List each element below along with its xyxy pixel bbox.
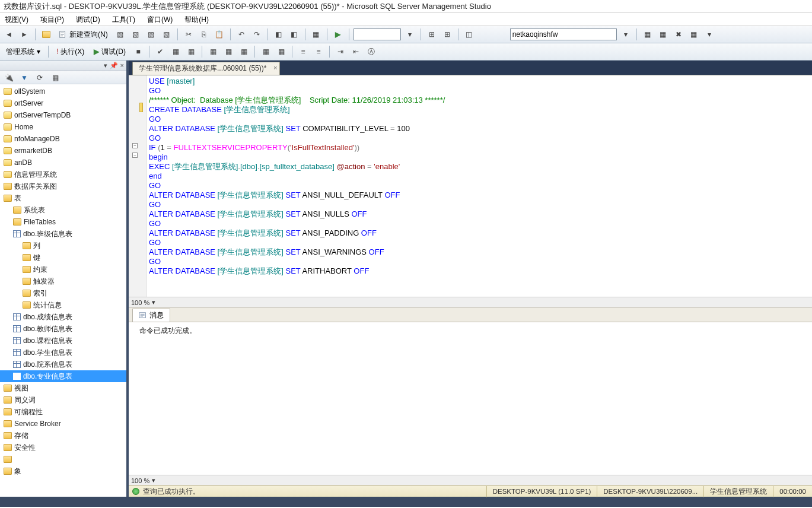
tree-item[interactable]: Service Broker	[0, 418, 126, 430]
tb-btn-15[interactable]: ▾	[703, 28, 716, 41]
tree-item[interactable]	[0, 453, 126, 465]
tree-item[interactable]: ollSystem	[0, 85, 126, 97]
tb-btn-10[interactable]: ◫	[463, 28, 476, 41]
tb-btn-14[interactable]: ▦	[687, 28, 700, 41]
tree-item[interactable]: Home	[0, 121, 126, 133]
tree-item[interactable]: 可编程性	[0, 406, 126, 418]
tree-item[interactable]: 信息管理系统	[0, 169, 126, 180]
find-input[interactable]	[354, 28, 401, 40]
tb2-4[interactable]: ▦	[222, 45, 235, 58]
zoom-dropdown-icon[interactable]: ▾	[152, 299, 155, 306]
open-file-icon[interactable]	[40, 28, 53, 41]
tree-item[interactable]: ermarketDB	[0, 145, 126, 157]
object-explorer-tree[interactable]: ollSystemortServerortServerTempDBHomenfo…	[0, 84, 126, 497]
tree-item[interactable]: dbo.院系信息表	[0, 358, 126, 370]
tb2-3[interactable]: ▦	[206, 45, 219, 58]
cut-icon[interactable]: ✂	[182, 28, 195, 41]
panel-close-icon[interactable]: ×	[120, 62, 124, 69]
tree-item[interactable]: 索引	[0, 287, 126, 299]
tb-btn-11[interactable]: ▦	[641, 28, 654, 41]
find-dropdown-icon[interactable]: ▾	[403, 28, 416, 41]
paste-icon[interactable]: 📋	[213, 28, 226, 41]
menu-help[interactable]: 帮助(H)	[182, 14, 211, 24]
tb2-7[interactable]: ▦	[275, 45, 288, 58]
tree-item[interactable]: anDB	[0, 157, 126, 169]
continue-icon[interactable]: ▶	[332, 28, 345, 41]
tb-btn-6[interactable]: ◧	[288, 28, 301, 41]
tree-item[interactable]: dbo.课程信息表	[0, 335, 126, 347]
tb-btn-13[interactable]: ✖	[672, 28, 685, 41]
tb2-9[interactable]: ≡	[312, 45, 325, 58]
tree-item[interactable]: 列	[0, 240, 126, 252]
oe-refresh-icon[interactable]: ⟳	[33, 71, 46, 84]
menu-project[interactable]: 项目(P)	[38, 14, 66, 24]
tree-item[interactable]: 同义词	[0, 394, 126, 406]
menu-tools[interactable]: 工具(T)	[110, 14, 138, 24]
menu-debug[interactable]: 调试(D)	[74, 14, 103, 24]
tb2-1[interactable]: ▦	[169, 45, 182, 58]
tree-item[interactable]: 系统表	[0, 204, 126, 216]
tb-btn-3[interactable]: ▧	[145, 28, 158, 41]
sql-editor[interactable]: − − USE [master] GO /****** Object: Data…	[129, 75, 812, 297]
zoom-dropdown-icon-2[interactable]: ▾	[152, 477, 155, 484]
oe-stop-icon[interactable]: ▦	[49, 71, 62, 84]
tb-btn-2[interactable]: ▧	[129, 28, 142, 41]
messages-tab[interactable]: 消息	[132, 309, 170, 322]
tree-item[interactable]: 数据库关系图	[0, 180, 126, 192]
tree-item[interactable]: dbo.成绩信息表	[0, 311, 126, 323]
tree-item[interactable]: ortServer	[0, 97, 126, 109]
tree-item[interactable]: 约束	[0, 263, 126, 275]
tb-btn-4[interactable]: ▧	[160, 28, 173, 41]
tree-item[interactable]: dbo.学生信息表	[0, 347, 126, 358]
tree-item[interactable]: 表	[0, 192, 126, 204]
redo-icon[interactable]: ↷	[250, 28, 263, 41]
tree-item[interactable]: 统计信息	[0, 299, 126, 311]
tree-item[interactable]: FileTables	[0, 216, 126, 228]
oe-filter-icon[interactable]: ▼	[18, 71, 31, 84]
copy-icon[interactable]: ⎘	[198, 28, 211, 41]
debug-button[interactable]: ▶ 调试(D)	[90, 45, 129, 58]
db-combo[interactable]: 管理系统 ▾	[2, 45, 44, 58]
code-area[interactable]: USE [master] GO /****** Object: Database…	[147, 75, 812, 297]
tb-btn-7[interactable]: ▦	[310, 28, 323, 41]
tb-btn-8[interactable]: ⊞	[425, 28, 438, 41]
undo-icon[interactable]: ↶	[235, 28, 248, 41]
oe-connect-icon[interactable]: 🔌	[2, 71, 15, 84]
tree-item[interactable]: 存储	[0, 430, 126, 442]
tb2-12[interactable]: Ⓐ	[365, 45, 378, 58]
tree-item[interactable]: 视图	[0, 382, 126, 394]
tb2-8[interactable]: ≡	[297, 45, 310, 58]
tree-item[interactable]: 触发器	[0, 275, 126, 287]
tb2-5[interactable]: ▦	[237, 45, 250, 58]
proc-combo-dropdown-icon[interactable]: ▾	[619, 28, 632, 41]
execute-button[interactable]: ! 执行(X)	[53, 45, 88, 58]
stop-icon[interactable]: ■	[132, 45, 145, 58]
menu-window[interactable]: 窗口(W)	[145, 14, 175, 24]
zoom-value-2[interactable]: 100 %	[131, 477, 149, 484]
tree-item[interactable]: ortServerTempDB	[0, 109, 126, 121]
zoom-value[interactable]: 100 %	[131, 299, 149, 306]
indent-icon[interactable]: ⇥	[334, 45, 347, 58]
parse-icon[interactable]: ✔	[154, 45, 167, 58]
tb2-6[interactable]: ▦	[259, 45, 272, 58]
tb-btn-1[interactable]: ▧	[114, 28, 127, 41]
editor-tab[interactable]: 学生管理信息系统数据库...060901 (55))* ×	[132, 62, 280, 75]
tb-btn-12[interactable]: ▦	[657, 28, 670, 41]
proc-combo[interactable]	[510, 28, 617, 40]
tree-item[interactable]: nfoManageDB	[0, 133, 126, 145]
tree-item[interactable]: dbo.专业信息表	[0, 370, 126, 382]
tree-item[interactable]: 安全性	[0, 442, 126, 453]
outdent-icon[interactable]: ⇤	[349, 45, 362, 58]
tree-item[interactable]: dbo.教师信息表	[0, 323, 126, 335]
nav-fwd-icon[interactable]: ►	[18, 28, 31, 41]
messages-body[interactable]: 命令已成功完成。	[129, 322, 812, 475]
tb-btn-9[interactable]: ⊞	[441, 28, 454, 41]
panel-dropdown-icon[interactable]: ▾	[104, 62, 107, 69]
new-query-button[interactable]: 新建查询(N)	[55, 28, 112, 41]
tree-item[interactable]: dbo.班级信息表	[0, 228, 126, 240]
menu-view[interactable]: 视图(V)	[2, 14, 31, 24]
tb-btn-5[interactable]: ◧	[272, 28, 285, 41]
nav-back-icon[interactable]: ◄	[2, 28, 15, 41]
tab-close-icon[interactable]: ×	[273, 64, 277, 71]
tree-item[interactable]: 象	[0, 465, 126, 477]
